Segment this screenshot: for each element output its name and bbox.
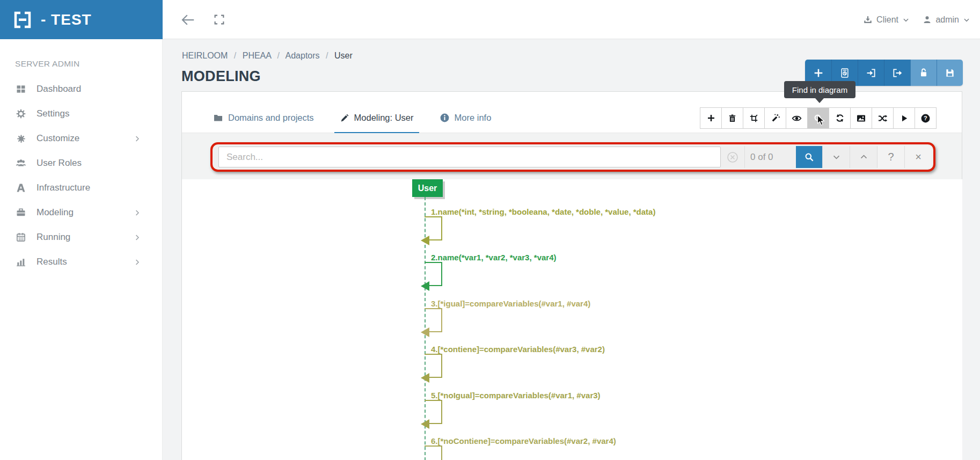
arrow-left-icon	[180, 12, 196, 28]
find-search-button[interactable]	[796, 146, 822, 168]
find-close-button[interactable]: ×	[904, 146, 932, 168]
person-icon	[923, 15, 932, 24]
diagram-step-arrowhead	[421, 327, 429, 337]
brand-title: - TEST	[41, 11, 92, 28]
sidebar-item-customize[interactable]: Customize	[0, 126, 163, 151]
refresh-icon	[835, 113, 845, 123]
tab-label: Domains and projects	[228, 113, 314, 123]
expand-icon	[214, 14, 225, 25]
find-help-button[interactable]: ?	[877, 146, 904, 168]
sign-in-button[interactable]	[858, 60, 884, 86]
diagram-step-loop	[425, 446, 442, 460]
shuffle-icon	[877, 113, 888, 123]
diagram-step-label[interactable]: 6.[*noContiene]=compareVariables(#var2, …	[431, 436, 616, 446]
breadcrumb-link-adaptors[interactable]: Adaptors	[286, 51, 320, 60]
sidebar-item-label: Modeling	[36, 207, 74, 218]
users-group-icon	[15, 157, 27, 169]
find-search-input[interactable]	[218, 147, 721, 167]
tab-modeling-user[interactable]: Modeling: User	[334, 113, 419, 133]
calendar-icon	[15, 232, 27, 243]
sidebar-item-infrastructure[interactable]: Infrastructure	[0, 176, 163, 200]
add-element-button[interactable]	[700, 107, 722, 129]
diagram-step-label[interactable]: 4.[*contiene]=compareVariables(#var3, #v…	[431, 345, 605, 354]
diagram-step-arrowhead	[421, 419, 429, 429]
diagram-toolbar: ?	[700, 107, 937, 129]
sidebar-item-dashboard[interactable]: Dashboard	[0, 77, 163, 101]
mouse-cursor	[817, 115, 825, 126]
find-next-button[interactable]	[822, 146, 850, 168]
gear-icon	[15, 108, 27, 119]
folder-icon	[213, 113, 223, 123]
refresh-button[interactable]	[829, 107, 851, 129]
tooltip-arrow	[815, 98, 824, 103]
sidebar-item-label: Running	[36, 232, 70, 243]
sidebar-item-user-roles[interactable]: User Roles	[0, 151, 163, 176]
breadcrumb-link-pheaa[interactable]: PHEAA	[243, 51, 271, 60]
svg-text:?: ?	[924, 115, 927, 121]
plus-icon	[813, 67, 824, 79]
breadcrumb-link-heirloom[interactable]: HEIRLOOM	[182, 51, 228, 60]
run-button[interactable]	[893, 107, 915, 129]
circle-x-icon	[726, 151, 739, 164]
breadcrumb-current-user: User	[334, 51, 353, 60]
clear-search-button[interactable]	[721, 146, 744, 168]
diagram-step-label[interactable]: 2.name(*var1, *var2, *var3, *var4)	[431, 253, 557, 262]
find-in-diagram-tooltip: Find in diagram	[784, 81, 855, 98]
crop-button[interactable]	[743, 107, 765, 129]
find-strip: 0 of 0 ? ×	[182, 133, 962, 179]
sidebar-item-results[interactable]: Results	[0, 250, 163, 274]
export-image-button[interactable]	[850, 107, 872, 129]
match-count: 0 of 0	[744, 146, 796, 168]
sign-out-button[interactable]	[884, 60, 910, 86]
shuffle-button[interactable]	[872, 107, 894, 129]
h-bracket-logo-icon	[12, 9, 33, 31]
tab-domains-and-projects[interactable]: Domains and projects	[208, 113, 319, 133]
save-button[interactable]	[937, 60, 963, 86]
sidebar-item-modeling[interactable]: Modeling	[0, 200, 163, 225]
magic-wand-icon	[771, 113, 780, 123]
eye-icon	[792, 113, 802, 123]
diagram-canvas[interactable]: User 1.name(*int, *string, *booleana, *d…	[247, 179, 962, 460]
user-menu-label: admin	[935, 15, 959, 25]
diagram-step-arrowhead	[421, 281, 429, 291]
tab-more-info[interactable]: More info	[434, 113, 497, 133]
diagram-step-label[interactable]: 5.[*noIgual]=compareVariables(#var1, #va…	[431, 391, 601, 400]
fullscreen-button[interactable]	[208, 0, 230, 39]
chevron-right-icon	[133, 233, 141, 242]
chevron-up-icon	[859, 152, 868, 162]
chevron-right-icon	[133, 135, 141, 143]
help-button[interactable]: ?	[915, 107, 937, 129]
tab-label: Modeling: User	[354, 113, 414, 123]
diagram-step-label[interactable]: 3.[*igual]=compareVariables(#var1, #var4…	[431, 299, 590, 308]
find-prev-button[interactable]	[850, 146, 877, 168]
sidebar-item-running[interactable]: Running	[0, 225, 163, 250]
chevron-right-icon	[133, 258, 141, 266]
play-icon	[899, 114, 909, 123]
diagram-step-label[interactable]: 1.name(*int, *string, *booleana, *date, …	[431, 207, 655, 216]
cog-flower-icon	[15, 134, 27, 144]
preview-button[interactable]	[786, 107, 808, 129]
client-menu[interactable]: Client	[863, 0, 910, 39]
back-button[interactable]	[177, 0, 199, 39]
brand-logo[interactable]: - TEST	[0, 0, 163, 39]
find-in-diagram-button[interactable]	[807, 107, 829, 129]
magic-wand-button[interactable]	[764, 107, 786, 129]
sidebar-item-settings[interactable]: Settings	[0, 101, 163, 126]
briefcase-icon	[15, 207, 27, 218]
page-title: MODELING	[181, 68, 261, 85]
bar-chart-icon	[15, 257, 27, 267]
download-icon	[863, 15, 873, 25]
sidebar-item-label: Customize	[36, 133, 79, 144]
sidebar-item-label: Infrastructure	[36, 182, 90, 193]
diagram-root-node[interactable]: User	[412, 179, 443, 197]
file-chart-icon	[839, 68, 850, 78]
delete-button[interactable]	[721, 107, 743, 129]
unlock-button[interactable]	[910, 60, 937, 86]
client-menu-label: Client	[876, 15, 898, 25]
user-menu[interactable]: admin	[923, 0, 970, 39]
breadcrumb-separator: /	[277, 51, 280, 60]
image-icon	[856, 113, 866, 123]
annotation-highlight-ring: 0 of 0 ? ×	[210, 142, 935, 172]
breadcrumb-separator: /	[326, 51, 328, 60]
dashboard-grid-icon	[15, 84, 27, 94]
